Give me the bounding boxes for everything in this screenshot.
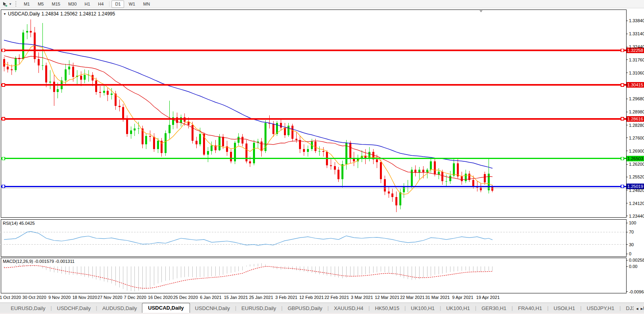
tab-2-audusd-daily[interactable]: AUDUSD,Daily — [97, 304, 142, 313]
tab-5-eurusd-daily[interactable]: EURUSD,Daily — [236, 304, 281, 313]
chart-tabs: EURUSD,Daily|USDCHF,Daily|AUDUSD,DailyUS… — [0, 303, 644, 313]
svg-text:1.28616: 1.28616 — [627, 117, 643, 121]
tab-3-usdcad-daily[interactable]: USDCAD,Daily — [142, 303, 190, 313]
svg-text:16 Dec 2020: 16 Dec 2020 — [148, 295, 172, 300]
svg-text:22 Feb 2021: 22 Feb 2021 — [324, 295, 349, 300]
svg-text:9 Apr 2021: 9 Apr 2021 — [452, 295, 473, 300]
svg-text:1.31760: 1.31760 — [629, 57, 644, 62]
svg-text:1.29680: 1.29680 — [629, 96, 644, 101]
ohlc-low: 1.24812 — [79, 11, 96, 17]
svg-text:1.23440: 1.23440 — [629, 214, 644, 218]
svg-text:1.26900: 1.26900 — [629, 149, 644, 153]
svg-text:1.27600: 1.27600 — [629, 136, 644, 140]
svg-text:7 Dec 2020: 7 Dec 2020 — [124, 295, 146, 300]
svg-text:9 Nov 2020: 9 Nov 2020 — [48, 295, 71, 300]
toolbar-separator — [109, 1, 109, 7]
tab-12-fra40-h1[interactable]: FRA40,H1 — [513, 304, 547, 313]
svg-text:19 Apr 2021: 19 Apr 2021 — [476, 295, 500, 300]
cursor-tool-button[interactable]: ▼ — [1, 1, 13, 7]
timeframe-button-d1[interactable]: D1 — [111, 0, 124, 8]
tab-scroll-left-icon[interactable]: ◂ — [636, 306, 638, 311]
svg-text:0.00: 0.00 — [629, 264, 637, 269]
svg-text:1.25520: 1.25520 — [629, 174, 644, 179]
ohlc-close: 1.24995 — [98, 11, 115, 17]
svg-text:1.32440: 1.32440 — [629, 44, 644, 49]
timeframe-button-m1[interactable]: M1 — [20, 0, 33, 8]
tab-7-xauusd-h4[interactable]: XAUUSD,H4 — [329, 304, 368, 313]
svg-text:25 Jan 2021: 25 Jan 2021 — [249, 295, 273, 300]
tab-9-uk100-h1[interactable]: UK100,H1 — [406, 304, 440, 313]
svg-text:1.33140: 1.33140 — [629, 31, 644, 36]
svg-text:1.26200: 1.26200 — [629, 162, 644, 167]
svg-text:30 Oct 2020: 30 Oct 2020 — [23, 295, 46, 300]
ohlc-open: 1.24834 — [42, 11, 59, 17]
timeframe-button-group: M1M5M15M30H1H4D1W1MN — [20, 0, 154, 8]
tab-scroll-right-icon[interactable]: ▸ — [640, 306, 643, 311]
svg-text:1.26503: 1.26503 — [627, 156, 643, 161]
svg-text:0.00258: 0.00258 — [629, 258, 644, 262]
svg-text:100: 100 — [629, 220, 636, 225]
svg-text:1.28280: 1.28280 — [629, 123, 644, 128]
price-chart[interactable]: 1.322581.304151.286161.265031.250191.338… — [0, 0, 644, 303]
svg-text:3 Mar 2021: 3 Mar 2021 — [351, 295, 373, 300]
svg-text:3 Feb 2021: 3 Feb 2021 — [275, 295, 297, 300]
svg-text:18 Nov 2020: 18 Nov 2020 — [72, 295, 97, 300]
timeframe-button-h1[interactable]: H1 — [81, 0, 94, 8]
svg-text:22 Mar 2021: 22 Mar 2021 — [400, 295, 425, 300]
timeframe-button-w1[interactable]: W1 — [125, 0, 139, 8]
timeframe-button-m5[interactable]: M5 — [34, 0, 47, 8]
svg-text:25 Dec 2020: 25 Dec 2020 — [173, 295, 198, 300]
svg-text:1.28980: 1.28980 — [629, 109, 644, 114]
chevron-down-icon: ▼ — [9, 2, 12, 6]
chart-toolbar: ▼ M1M5M15M30H1H4D1W1MN — [0, 0, 644, 8]
svg-text:-0.009687: -0.009687 — [629, 289, 644, 294]
chart-title: ▼USDCAD,Daily1.248341.250621.248121.2499… — [3, 11, 117, 17]
svg-text:1.24120: 1.24120 — [629, 201, 644, 206]
tab-0-eurusd-daily[interactable]: EURUSD,Daily — [6, 304, 50, 313]
tab-scroll-controls: ◂ ▸ — [634, 306, 643, 311]
svg-text:1.33840: 1.33840 — [629, 18, 644, 23]
svg-text:15 Jan 2021: 15 Jan 2021 — [224, 295, 248, 300]
svg-text:21 Oct 2020: 21 Oct 2020 — [0, 295, 21, 300]
timeframe-button-m30[interactable]: M30 — [65, 0, 80, 8]
timeframe-button-h4[interactable]: H4 — [94, 0, 107, 8]
tab-13-usoil-h1[interactable]: USOil,H1 — [548, 304, 580, 313]
timeframe-button-mn[interactable]: MN — [140, 0, 153, 8]
macd-indicator-label: MACD(12,26,9) -0.001579 -0.001311 — [3, 259, 75, 264]
rsi-indicator-label: RSI(14) 45.0425 — [3, 221, 35, 226]
ohlc-high: 1.25062 — [60, 11, 77, 17]
svg-text:1.24820: 1.24820 — [629, 188, 644, 193]
timeframe-button-m15[interactable]: M15 — [48, 0, 63, 8]
svg-text:12 Mar 2021: 12 Mar 2021 — [375, 295, 399, 300]
tab-6-gbpusd-daily[interactable]: GBPUSD,Daily — [282, 304, 327, 313]
tab-10-uk100-h1[interactable]: UK100,H1 — [441, 304, 475, 313]
tab-1-usdchf-daily[interactable]: USDCHF,Daily — [52, 304, 96, 313]
svg-text:70: 70 — [629, 230, 634, 234]
svg-text:1.31060: 1.31060 — [629, 71, 644, 75]
svg-text:0: 0 — [629, 251, 631, 256]
tab-8-hk50-m15[interactable]: HK50,M15 — [370, 304, 404, 313]
trading-terminal-window: ▼ M1M5M15M30H1H4D1W1MN 1.322581.304151.2… — [0, 0, 644, 314]
svg-text:1.30415: 1.30415 — [627, 82, 643, 87]
svg-text:12 Feb 2021: 12 Feb 2021 — [299, 295, 324, 300]
triangle-down-icon: ▼ — [3, 12, 6, 16]
svg-text:30: 30 — [629, 242, 634, 247]
chart-tab-bar: EURUSD,Daily|USDCHF,Daily|AUDUSD,DailyUS… — [0, 303, 644, 313]
tab-11-ger30-h1[interactable]: GER30,H1 — [476, 304, 512, 313]
svg-text:27 Nov 2020: 27 Nov 2020 — [98, 295, 122, 300]
tab-4-usdcnh-daily[interactable]: USDCNH,Daily — [190, 304, 235, 313]
chart-title-symbol: USDCAD,Daily — [8, 11, 40, 17]
svg-text:6 Jan 2021: 6 Jan 2021 — [200, 295, 221, 300]
tab-14-usdjpy-h1[interactable]: USDJPY,H1 — [581, 304, 619, 313]
svg-text:31 Mar 2021: 31 Mar 2021 — [425, 295, 450, 300]
toolbar-grip — [15, 1, 17, 7]
cursor-tool-icon — [2, 2, 8, 7]
